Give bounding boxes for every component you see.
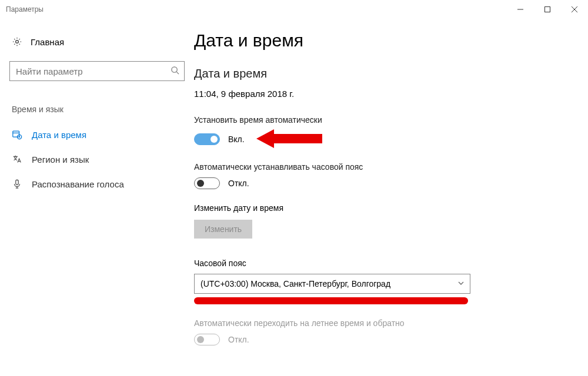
search-input-wrap[interactable] — [9, 61, 185, 81]
search-input[interactable] — [16, 66, 171, 76]
maximize-button[interactable] — [534, 0, 561, 19]
sidebar-item-region-language[interactable]: Регион и язык — [9, 147, 185, 172]
auto-time-state: Вкл. — [228, 135, 245, 144]
dst-label: Автоматически переходить на летнее время… — [194, 318, 567, 328]
sidebar-item-speech[interactable]: Распознавание голоса — [9, 172, 185, 196]
svg-rect-1 — [545, 7, 550, 12]
calendar-clock-icon — [12, 129, 22, 140]
language-icon — [12, 154, 22, 164]
microphone-icon — [12, 179, 22, 189]
sidebar-item-date-time[interactable]: Дата и время — [9, 122, 185, 147]
svg-line-6 — [176, 72, 179, 74]
svg-marker-11 — [256, 129, 322, 148]
current-datetime: 11:04, 9 февраля 2018 г. — [194, 89, 567, 99]
auto-tz-label: Автоматически устанавливать часовой пояс — [194, 162, 567, 172]
sidebar-item-label: Распознавание голоса — [32, 179, 124, 189]
sidebar: Главная Время и язык Дата и время — [0, 19, 194, 376]
section-heading-date-time: Дата и время — [194, 67, 567, 80]
auto-time-toggle[interactable] — [194, 133, 220, 145]
svg-rect-10 — [16, 180, 19, 184]
close-button[interactable] — [561, 0, 588, 19]
sidebar-item-label: Дата и время — [32, 130, 86, 140]
home-nav[interactable]: Главная — [9, 33, 185, 51]
svg-point-4 — [16, 41, 19, 43]
auto-tz-state: Откл. — [228, 179, 249, 188]
window-titlebar: Параметры — [0, 0, 588, 19]
page-title: Дата и время — [194, 31, 567, 51]
svg-rect-7 — [13, 131, 19, 137]
annotation-arrow — [256, 130, 321, 148]
minimize-button[interactable] — [507, 0, 534, 19]
home-label: Главная — [31, 37, 64, 47]
gear-icon — [12, 36, 22, 47]
auto-time-label: Установить время автоматически — [194, 115, 567, 125]
change-datetime-label: Изменить дату и время — [194, 203, 567, 213]
search-icon — [171, 66, 179, 76]
window-title: Параметры — [6, 5, 44, 14]
timezone-select[interactable]: (UTC+03:00) Москва, Санкт-Петербург, Вол… — [194, 274, 470, 294]
timezone-selected-value: (UTC+03:00) Москва, Санкт-Петербург, Вол… — [201, 279, 390, 288]
dst-state: Откл. — [228, 335, 249, 344]
chevron-down-icon — [457, 279, 465, 288]
sidebar-item-label: Регион и язык — [32, 155, 89, 164]
sidebar-group-title: Время и язык — [12, 105, 185, 114]
annotation-underline — [194, 297, 468, 304]
change-button[interactable]: Изменить — [194, 220, 252, 239]
timezone-label: Часовой пояс — [194, 258, 567, 268]
dst-toggle — [194, 334, 220, 345]
main-content: Дата и время Дата и время 11:04, 9 февра… — [194, 19, 588, 376]
auto-tz-toggle[interactable] — [194, 177, 220, 189]
svg-point-5 — [172, 67, 177, 72]
